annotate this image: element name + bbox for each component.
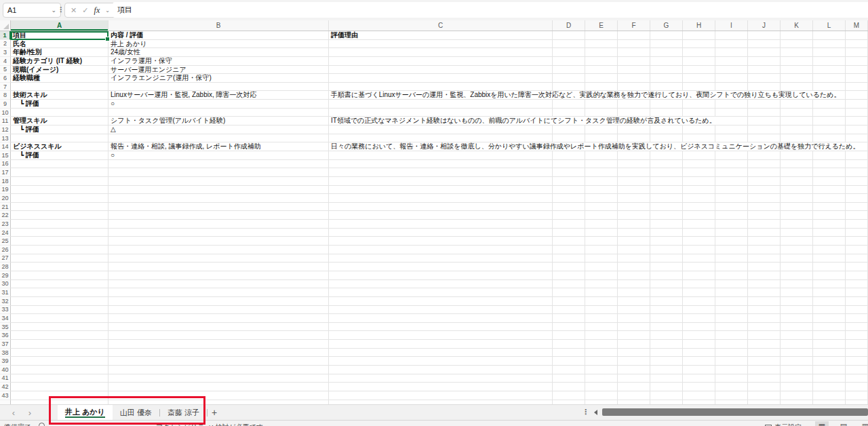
cell-K42[interactable] — [781, 383, 813, 391]
cell-A16[interactable] — [11, 160, 108, 169]
cell-K34[interactable] — [781, 314, 813, 323]
cell-J37[interactable] — [748, 340, 781, 349]
cell-D18[interactable] — [553, 177, 585, 186]
page-break-view-icon[interactable]: ▥ — [859, 421, 868, 426]
cell-E35[interactable] — [585, 323, 618, 332]
cell-F33[interactable] — [618, 306, 650, 315]
cell-A8[interactable]: 技術スキル — [11, 91, 108, 100]
cell-J2[interactable] — [748, 40, 781, 49]
cell-B10[interactable] — [108, 109, 329, 117]
cell-J28[interactable] — [748, 263, 781, 271]
cell-E21[interactable] — [585, 203, 618, 212]
cell-K30[interactable] — [781, 280, 813, 289]
cell-E6[interactable] — [585, 74, 618, 83]
row-header-7[interactable]: 7 — [0, 83, 11, 92]
cell-C35[interactable] — [329, 323, 553, 332]
cell-H30[interactable] — [683, 280, 715, 289]
cell-B42[interactable] — [108, 383, 329, 391]
cell-K37[interactable] — [781, 340, 813, 349]
cell-C29[interactable] — [329, 271, 553, 280]
cell-B41[interactable] — [108, 374, 329, 383]
cell-G33[interactable] — [650, 306, 683, 315]
cell-F21[interactable] — [618, 203, 650, 212]
cell-I33[interactable] — [715, 306, 748, 315]
cell-F12[interactable] — [618, 125, 650, 134]
cell-J20[interactable] — [748, 194, 781, 203]
cell-F41[interactable] — [618, 374, 650, 383]
cell-B9[interactable]: ○ — [108, 100, 329, 109]
cell-B13[interactable] — [108, 134, 329, 143]
cell-K9[interactable] — [781, 100, 813, 109]
row-header-22[interactable]: 22 — [0, 211, 11, 220]
row-header-14[interactable]: 14 — [0, 142, 11, 151]
cell-I24[interactable] — [715, 229, 748, 237]
cell-E29[interactable] — [585, 271, 618, 280]
cell-L20[interactable] — [813, 194, 846, 203]
cell-F13[interactable] — [618, 134, 650, 143]
cell-C25[interactable] — [329, 237, 553, 246]
cell-J13[interactable] — [748, 134, 781, 143]
cell-K27[interactable] — [781, 254, 813, 263]
name-box[interactable]: A1 ⌄ — [3, 3, 61, 18]
cell-B4[interactable]: インフラ運用・保守 — [108, 57, 329, 66]
cell-I17[interactable] — [715, 168, 748, 177]
cell-I12[interactable] — [715, 125, 748, 134]
cell-A4[interactable]: 経験カテゴリ (IT 経験) — [11, 57, 108, 66]
cell-F31[interactable] — [618, 288, 650, 297]
cell-B25[interactable] — [108, 237, 329, 246]
cell-E26[interactable] — [585, 246, 618, 254]
cell-A27[interactable] — [11, 254, 108, 263]
cell-L18[interactable] — [813, 177, 846, 186]
cell-D13[interactable] — [553, 134, 585, 143]
cell-I19[interactable] — [715, 186, 748, 195]
cell-I6[interactable] — [715, 74, 748, 83]
cell-M1[interactable] — [846, 31, 868, 40]
row-header-19[interactable]: 19 — [0, 186, 11, 195]
row-header-36[interactable]: 36 — [0, 331, 11, 340]
cell-L31[interactable] — [813, 288, 846, 297]
cell-H20[interactable] — [683, 194, 715, 203]
cell-M30[interactable] — [846, 280, 868, 289]
cell-C10[interactable] — [329, 109, 553, 117]
cell-K7[interactable] — [781, 83, 813, 92]
cell-E33[interactable] — [585, 306, 618, 315]
row-header-8[interactable]: 8 — [0, 91, 11, 100]
cell-A42[interactable] — [11, 383, 108, 391]
cell-E3[interactable] — [585, 48, 618, 57]
cell-E30[interactable] — [585, 280, 618, 289]
cell-F23[interactable] — [618, 220, 650, 229]
cell-D7[interactable] — [553, 83, 585, 92]
cell-E17[interactable] — [585, 168, 618, 177]
row-header-5[interactable]: 5 — [0, 66, 11, 75]
cell-A37[interactable] — [11, 340, 108, 349]
cell-D26[interactable] — [553, 246, 585, 254]
cell-J5[interactable] — [748, 66, 781, 75]
column-header-J[interactable]: J — [748, 20, 781, 31]
cell-M13[interactable] — [846, 134, 868, 143]
cell-H5[interactable] — [683, 66, 715, 75]
cell-H32[interactable] — [683, 297, 715, 306]
cell-D25[interactable] — [553, 237, 585, 246]
cell-G25[interactable] — [650, 237, 683, 246]
cell-H2[interactable] — [683, 40, 715, 49]
cell-K20[interactable] — [781, 194, 813, 203]
cell-M22[interactable] — [846, 211, 868, 220]
cell-C15[interactable] — [329, 151, 553, 160]
cell-G31[interactable] — [650, 288, 683, 297]
cell-C27[interactable] — [329, 254, 553, 263]
row-header-42[interactable]: 42 — [0, 383, 11, 391]
cell-A25[interactable] — [11, 237, 108, 246]
cell-H6[interactable] — [683, 74, 715, 83]
cell-B17[interactable] — [108, 168, 329, 177]
cell-J22[interactable] — [748, 211, 781, 220]
cell-H29[interactable] — [683, 271, 715, 280]
prev-sheet-button[interactable]: ‹ — [7, 406, 20, 419]
cell-D10[interactable] — [553, 109, 585, 117]
cell-A2[interactable]: 氏名 — [11, 40, 108, 49]
cell-G12[interactable] — [650, 125, 683, 134]
cell-E27[interactable] — [585, 254, 618, 263]
column-header-A[interactable]: A — [11, 20, 108, 31]
cell-F18[interactable] — [618, 177, 650, 186]
cell-L16[interactable] — [813, 160, 846, 169]
cell-I20[interactable] — [715, 194, 748, 203]
